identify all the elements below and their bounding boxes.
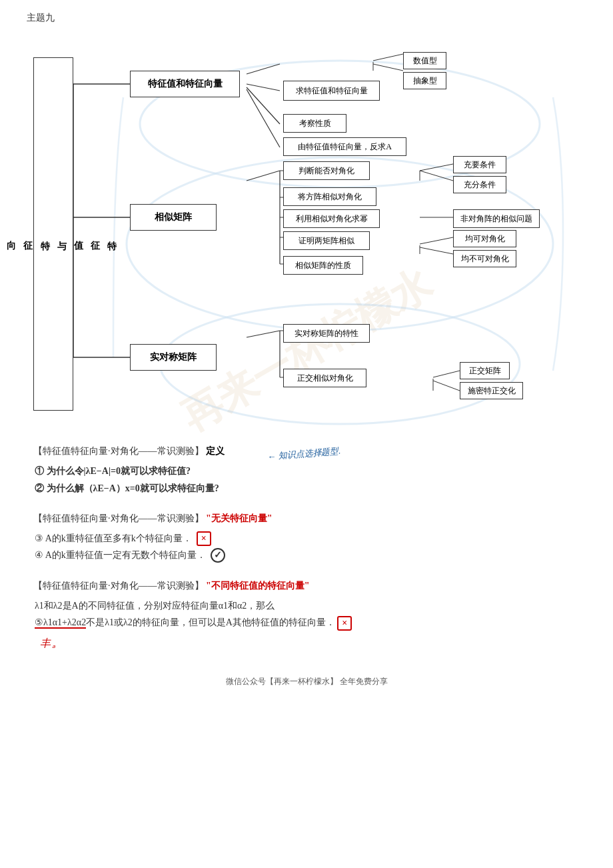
section-3: 【特征值特征向量·对角化——常识测验】 "不同特征值的特征向量" λ1和λ2是A… (33, 579, 580, 657)
branch2-box: 相似矩阵 (130, 204, 217, 231)
diagram-area: 特征值与特征向量 特征值和特征向量 求特征值和特征向量 考察性质 由特征值特征向… (20, 37, 593, 437)
branch3-sub2-type1: 正交矩阵 (460, 362, 510, 379)
svg-line-32 (433, 371, 460, 377)
branch2-sub4-type1: 均可对角化 (453, 230, 516, 247)
section-3-bracket: 【特征值特征向量·对角化——常识测验】 (33, 581, 204, 591)
branch1-sub3: 由特征值特征向量，反求A (283, 137, 406, 156)
branch2-sub2: 将方阵相似对角化 (283, 187, 376, 206)
svg-line-11 (373, 54, 403, 61)
main-box: 特征值与特征向量 (33, 57, 73, 411)
branch1-sub1-type1: 数值型 (403, 52, 446, 69)
svg-line-14 (247, 171, 280, 181)
branch2-sub1: 判断能否对角化 (283, 161, 370, 180)
cross-symbol-1: × (197, 531, 211, 546)
svg-line-9 (247, 87, 280, 124)
branch2-sub1-type2: 充分条件 (453, 176, 506, 193)
cross-symbol-2: × (337, 616, 352, 631)
section-3-q1: ⑤λ1α1+λ2α2不是λ1或λ2的特征向量，但可以是A其他特征值的特征向量． … (35, 614, 580, 631)
handwritten-note: ← 知识点选择题型. (267, 444, 341, 464)
branch1-sub1-type2: 抽象型 (403, 72, 446, 89)
svg-text:ₐ: ₐ (52, 640, 56, 650)
branch3-box: 实对称矩阵 (130, 344, 217, 371)
branch2-sub4-type2: 均不可对角化 (453, 250, 516, 267)
svg-line-12 (373, 64, 403, 71)
handwritten-note-2: 丰 ₐ (40, 633, 580, 656)
svg-line-21 (420, 164, 453, 171)
svg-line-7 (247, 64, 280, 74)
branch3-sub2: 正交相似对角化 (283, 369, 366, 387)
branch2-sub4: 证明两矩阵相似 (283, 231, 370, 250)
page-title: 主题九 (27, 13, 55, 23)
svg-line-8 (247, 84, 280, 91)
circle-underline: ⑤λ1α1+λ2α2 (35, 617, 86, 629)
branch2-sub5: 相似矩阵的性质 (283, 256, 363, 275)
section-2-q2: ④ A的k重特征值一定有无数个特征向量． ✓ (35, 547, 580, 563)
section-1-bracket: 【特征值特征向量·对角化——常识测验】 (33, 446, 204, 456)
section-2-q1: ③ A的k重特征值至多有k个特征向量． × (35, 530, 580, 547)
branch2-sub1-type1: 充要条件 (453, 156, 506, 173)
content-area: 【特征值特征向量·对角化——常识测验】 定义 ← 知识点选择题型. ① 为什么令… (0, 444, 613, 656)
section-3-intro: λ1和λ2是A的不同特征值，分别对应特征向量α1和α2，那么 (35, 597, 580, 614)
footer: 微信公众号【再来一杯柠檬水】 全年免费分享 (0, 676, 613, 701)
branch1-sub2: 考察性质 (283, 114, 346, 133)
section-1-def: 定义 (204, 446, 225, 456)
svg-line-25 (420, 237, 453, 244)
section-1-q1: ① 为什么令|λE−A|=0就可以求特征值? (35, 463, 580, 479)
svg-line-28 (247, 331, 280, 337)
section-1-header: 【特征值特征向量·对角化——常识测验】 定义 ← 知识点选择题型. (33, 444, 580, 459)
svg-line-33 (433, 381, 460, 391)
branch3-sub1: 实对称矩阵的特性 (283, 324, 370, 343)
section-2-header: 【特征值特征向量·对角化——常识测验】 "无关特征向量" (33, 511, 580, 526)
check-symbol-1: ✓ (211, 548, 225, 563)
svg-line-10 (247, 89, 280, 147)
section-3-colored: "不同特征值的特征向量" (204, 581, 310, 591)
branch1-box: 特征值和特征向量 (130, 71, 240, 97)
section-2: 【特征值特征向量·对角化——常识测验】 "无关特征向量" ③ A的k重特征值至多… (33, 511, 580, 564)
svg-text:丰: 丰 (40, 637, 51, 649)
branch1-sub1: 求特征值和特征向量 (283, 81, 380, 101)
branch3-sub2-type2: 施密特正交化 (460, 382, 523, 399)
page-header: 主题九 (0, 0, 613, 24)
section-1: 【特征值特征向量·对角化——常识测验】 定义 ← 知识点选择题型. ① 为什么令… (33, 444, 580, 497)
svg-line-26 (420, 247, 453, 254)
branch2-sub3: 利用相似对角化求幂 (283, 209, 380, 228)
branch2-sub2-type1: 非对角阵的相似问题 (453, 209, 540, 228)
svg-line-22 (420, 171, 453, 181)
footer-text: 微信公众号【再来一杯柠檬水】 全年免费分享 (226, 677, 388, 686)
q3-text: 不是λ1或λ2的特征向量，但可以是A其他特征值的特征向量． (86, 617, 335, 627)
section-2-colored: "无关特征向量" (204, 513, 273, 523)
section-3-header: 【特征值特征向量·对角化——常识测验】 "不同特征值的特征向量" (33, 579, 580, 593)
section-2-bracket: 【特征值特征向量·对角化——常识测验】 (33, 513, 204, 523)
section-1-q2: ② 为什么解（λE−A）x=0就可以求特征向量? (35, 480, 580, 497)
